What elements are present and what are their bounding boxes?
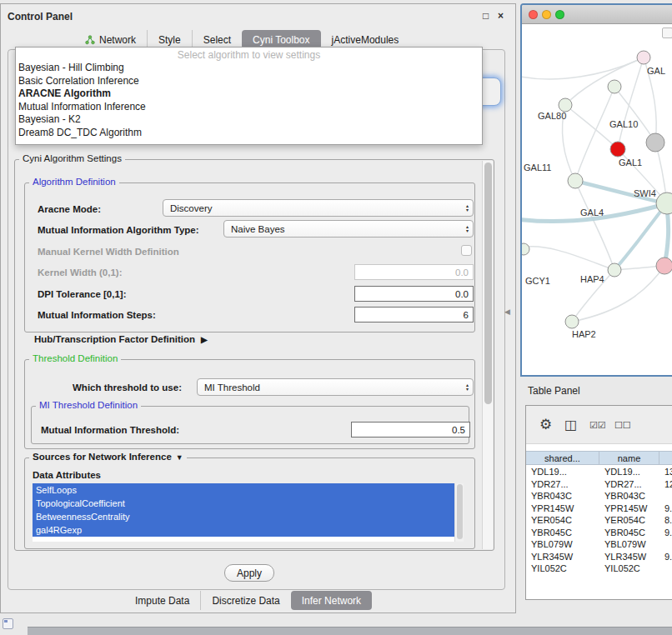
network-node[interactable] [656, 258, 672, 274]
window-title: Control Panel [8, 11, 73, 22]
kernel-width-field[interactable]: 0.0 [354, 264, 474, 280]
expand-down-icon: ▼ [176, 453, 183, 462]
network-window-titlebar[interactable] [522, 5, 672, 24]
group-title: Algorithm Definition [29, 177, 119, 187]
settings-scrollbar[interactable] [482, 161, 493, 549]
network-node[interactable] [522, 243, 529, 255]
network-node[interactable] [637, 51, 650, 64]
node-label: SWI4 [634, 188, 656, 198]
zoom-traffic-light-icon[interactable] [555, 10, 564, 19]
manual-kernel-label: Manual Kernel Width Definition [38, 247, 179, 257]
table-header: shared... name [526, 451, 672, 465]
dpi-tolerance-field[interactable]: 0.0 [354, 286, 474, 302]
network-node[interactable] [646, 133, 664, 152]
tab-discretize-data[interactable]: Discretize Data [200, 591, 290, 610]
algorithm-dropdown-popup: Select algorithm to view settings Bayesi… [15, 47, 483, 145]
node-label: HAP2 [572, 329, 596, 339]
attribute-item-selected[interactable]: gal4RGexp [33, 523, 454, 537]
attribute-item-selected[interactable]: SelfLoops [33, 483, 454, 497]
table-row[interactable]: YDL19...YDL19...13 [526, 466, 672, 478]
sources-section-toggle[interactable]: Sources for Network Inference▼ [29, 452, 187, 462]
attribute-list-scrollbar[interactable] [454, 483, 464, 542]
combo-arrows-icon: ▴▾ [466, 204, 473, 212]
dropdown-item[interactable]: Bayesian - K2 [16, 113, 482, 127]
group-title: Cyni Algorithm Settings [19, 153, 125, 163]
mi-threshold-field[interactable]: 0.5 [351, 422, 470, 438]
mi-algorithm-type-label: Mutual Information Algorithm Type: [38, 225, 199, 235]
dropdown-item[interactable]: Bayesian - Hill Climbing [16, 62, 482, 75]
close-traffic-light-icon[interactable] [529, 10, 538, 19]
mi-steps-label: Mutual Information Steps: [38, 310, 156, 320]
columns-icon[interactable]: ◫ [564, 417, 577, 432]
network-node[interactable] [608, 80, 621, 93]
table-body: YDL19...YDL19...13 YDR27...YDR27...12 YB… [526, 466, 672, 599]
network-node-selected[interactable] [610, 142, 625, 157]
data-attributes-list: SelfLoops TopologicalCoefficient Between… [33, 483, 464, 542]
table-row[interactable]: YLR345WYLR345W9. [526, 551, 672, 563]
apply-button[interactable]: Apply [224, 564, 274, 582]
dropdown-item[interactable]: Dream8 DC_TDC Algorithm [16, 127, 482, 140]
gear-icon[interactable]: ⚙ [539, 416, 552, 433]
node-label: GAL10 [609, 119, 638, 129]
clear-all-icon[interactable]: ☐☐ [614, 420, 631, 431]
attribute-item-selected[interactable]: BetweennessCentrality [33, 510, 454, 523]
restore-window-icon[interactable]: □ [483, 10, 489, 22]
table-row[interactable]: YBL079WYBL079W [526, 538, 672, 551]
network-node[interactable] [568, 173, 583, 188]
mi-steps-field[interactable]: 6 [354, 307, 474, 322]
dropdown-item-selected[interactable]: ARACNE Algorithm [16, 88, 482, 101]
table-row[interactable]: YBR045CYBR045C9. [526, 527, 672, 539]
network-graph [522, 24, 672, 373]
tab-impute-data[interactable]: Impute Data [124, 591, 200, 610]
column-header-extra[interactable] [659, 452, 672, 464]
table-row[interactable]: YDR27...YDR27...12 [526, 478, 672, 491]
table-row[interactable]: YER054CYER054C8. [526, 514, 672, 527]
minimize-traffic-light-icon[interactable] [542, 10, 551, 19]
table-row[interactable]: YPR145WYPR145W9. [526, 502, 672, 515]
network-node[interactable] [559, 98, 572, 112]
settings-scrollbar-thumb[interactable] [484, 162, 492, 404]
network-node[interactable] [656, 192, 672, 214]
which-threshold-select[interactable]: MI Threshold ▴▾ [197, 378, 474, 396]
dropdown-item[interactable]: Mutual Information Inference [16, 101, 482, 114]
node-label: GAL80 [538, 111, 566, 121]
dropdown-item[interactable]: Basic Correlation Inference [16, 75, 482, 88]
panel-collapse-icon[interactable]: ◀ [504, 308, 510, 316]
table-toolbar: ⚙ ◫ ☑☑ ☐☐ [526, 406, 672, 444]
expand-right-icon: ▶ [201, 335, 208, 344]
cyni-bottom-tabs: Impute Data Discretize Data Infer Networ… [124, 591, 372, 610]
node-label: GAL11 [524, 162, 551, 172]
table-row[interactable]: YIL052CYIL052C [526, 562, 672, 575]
mi-algorithm-type-select[interactable]: Naive Bayes ▴▾ [223, 220, 474, 238]
table-row[interactable]: YBR043CYBR043C [526, 490, 672, 502]
node-label: GAL4 [580, 208, 604, 218]
network-view-window: GAL GAL80 GAL10 GAL11 GAL1 SWI4 GAL4 GCY… [520, 3, 672, 377]
group-title: Threshold Definition [29, 353, 121, 363]
node-label: GCY1 [525, 276, 550, 286]
node-label: HAP4 [580, 274, 604, 284]
data-attributes-label: Data Attributes [33, 470, 101, 480]
manual-kernel-checkbox[interactable] [461, 245, 472, 256]
node-label: GAL1 [619, 158, 642, 168]
close-window-icon[interactable]: × [498, 10, 504, 22]
kernel-width-label: Kernel Width (0,1): [38, 268, 122, 278]
column-header-shared[interactable]: shared... [526, 452, 599, 464]
minimized-panel-icon[interactable] [3, 618, 13, 629]
select-all-icon[interactable]: ☑☑ [589, 420, 606, 431]
column-header-name[interactable]: name [599, 452, 659, 464]
control-panel-window: Control Panel □ × Network Style Select C… [0, 3, 516, 613]
tab-infer-network[interactable]: Infer Network [291, 591, 372, 610]
group-title: MI Threshold Definition [36, 400, 141, 410]
which-threshold-label: Which threshold to use: [73, 382, 182, 392]
network-tab-icon [85, 35, 95, 45]
network-node[interactable] [608, 263, 621, 277]
aracne-mode-select[interactable]: Discovery ▴▾ [163, 199, 474, 217]
mi-threshold-label: Mutual Information Threshold: [41, 425, 179, 435]
network-node[interactable] [565, 315, 579, 328]
network-canvas[interactable]: GAL GAL80 GAL10 GAL11 GAL1 SWI4 GAL4 GCY… [522, 24, 672, 373]
attribute-item-selected[interactable]: TopologicalCoefficient [33, 497, 454, 510]
network-scroll-button[interactable] [662, 28, 672, 38]
table-panel-window: ⚙ ◫ ☑☑ ☐☐ shared... name YDL19...YDL19..… [525, 405, 672, 600]
hub-tf-section-toggle[interactable]: Hub/Transcription Factor Definition ▶ [34, 334, 208, 344]
tab-label: Network [99, 34, 136, 46]
